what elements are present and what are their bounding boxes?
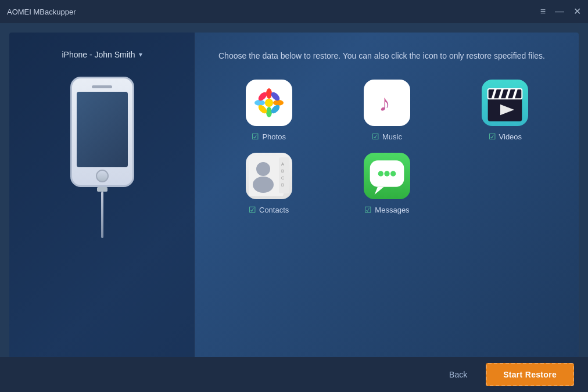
minimize-button[interactable]: —: [555, 7, 564, 16]
content-area: iPhone - John Smith ▾ Choose the data be: [0, 23, 588, 357]
videos-checkbox: ☑: [489, 132, 496, 141]
svg-point-21: [253, 177, 274, 193]
svg-point-2: [266, 107, 272, 117]
close-button[interactable]: ✕: [573, 7, 581, 16]
iphone-illustration: [70, 77, 134, 238]
svg-point-9: [266, 99, 273, 106]
photos-item[interactable]: ☑ Photos: [218, 80, 319, 141]
iphone-home-btn: [96, 170, 109, 182]
photos-text: Photos: [262, 132, 285, 141]
title-bar-controls: ≡ — ✕: [540, 7, 581, 16]
svg-marker-28: [375, 187, 384, 195]
data-grid: ☑ Photos: [218, 80, 555, 214]
videos-item[interactable]: ☑ Videos: [455, 80, 555, 141]
iphone-screen: [77, 92, 128, 167]
device-selector[interactable]: iPhone - John Smith ▾: [62, 50, 142, 59]
music-label: ☑ Music: [372, 132, 402, 141]
chevron-down-icon: ▾: [139, 51, 142, 59]
svg-text:B: B: [281, 169, 284, 173]
contacts-checkbox: ☑: [249, 205, 256, 214]
svg-point-3: [254, 100, 265, 106]
title-bar: AOMEI MBackupper ≡ — ✕: [0, 0, 588, 23]
videos-text: Videos: [499, 132, 522, 141]
right-panel: Choose the data below to restore. You ca…: [195, 33, 579, 366]
svg-text:A: A: [281, 162, 284, 166]
svg-text:C: C: [281, 176, 284, 180]
bottom-bar: Back Start Restore: [0, 357, 588, 392]
messages-checkbox: ☑: [364, 205, 372, 214]
music-text: Music: [382, 132, 402, 141]
contacts-text: Contacts: [259, 206, 289, 214]
messages-text: Messages: [375, 206, 409, 214]
svg-point-29: [378, 171, 383, 176]
iphone-speaker: [92, 85, 112, 88]
iphone-body: [70, 77, 134, 187]
photos-icon: [246, 80, 292, 126]
messages-icon: [364, 153, 410, 199]
music-icon: ♪: [364, 80, 410, 126]
main-panel: iPhone - John Smith ▾ Choose the data be: [9, 33, 579, 366]
cable-connector: [97, 187, 107, 192]
svg-point-4: [273, 100, 284, 106]
instruction-text: Choose the data below to restore. You ca…: [218, 50, 555, 62]
title-bar-left: AOMEI MBackupper: [7, 8, 76, 16]
app-window: AOMEI MBackupper ≡ — ✕ iPhone - John Smi…: [0, 0, 588, 392]
start-restore-button[interactable]: Start Restore: [486, 363, 574, 386]
music-checkbox: ☑: [372, 132, 379, 141]
videos-icon: [482, 80, 528, 126]
left-panel: iPhone - John Smith ▾: [9, 33, 195, 366]
svg-point-1: [266, 88, 272, 99]
svg-point-20: [256, 162, 270, 176]
svg-point-30: [384, 171, 389, 176]
cable-line: [101, 192, 103, 238]
menu-icon[interactable]: ≡: [540, 7, 546, 16]
svg-point-31: [390, 171, 396, 176]
device-label: iPhone - John Smith: [62, 50, 135, 59]
contacts-icon: A B C D: [246, 153, 292, 199]
music-item[interactable]: ♪ ☑ Music: [336, 80, 437, 141]
svg-rect-22: [279, 157, 289, 193]
photos-label: ☑ Photos: [252, 132, 285, 141]
photos-checkbox: ☑: [252, 132, 259, 141]
videos-label: ☑ Videos: [489, 132, 522, 141]
messages-label: ☑ Messages: [364, 205, 409, 214]
contacts-item[interactable]: A B C D ☑ Contacts: [218, 153, 319, 214]
contacts-label: ☑ Contacts: [249, 205, 289, 214]
back-button[interactable]: Back: [440, 365, 476, 384]
svg-text:D: D: [281, 183, 284, 187]
messages-item[interactable]: ☑ Messages: [336, 153, 437, 214]
app-title: AOMEI MBackupper: [7, 8, 76, 16]
svg-text:♪: ♪: [379, 90, 390, 116]
